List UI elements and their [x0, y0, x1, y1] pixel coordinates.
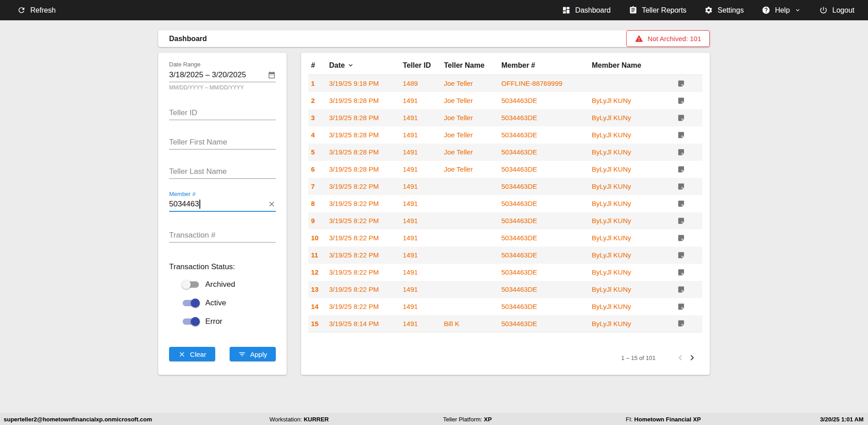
cell-num: 14	[308, 298, 326, 315]
error-toggle-label: Error	[205, 317, 222, 326]
platform-value: XP	[484, 416, 491, 422]
member-number-input[interactable]: 5034463	[169, 197, 276, 212]
table-row[interactable]: 153/19/25 8:14 PM1491Bill K5034463DEByLy…	[308, 315, 703, 332]
clear-button[interactable]: Clear	[169, 347, 215, 361]
cell-teller-id: 1491	[399, 229, 440, 247]
teller-first-name-input[interactable]	[169, 138, 276, 147]
memo-icon[interactable]	[677, 234, 685, 242]
table-row[interactable]: 93/19/25 8:22 PM14915034463DEByLyJl KUNy	[308, 212, 703, 229]
memo-icon[interactable]	[677, 148, 685, 156]
table-row[interactable]: 53/19/25 8:28 PM1491Joe Teller5034463DEB…	[308, 144, 703, 161]
table-row[interactable]: 83/19/25 8:22 PM14915034463DEByLyJl KUNy	[308, 195, 703, 212]
cell-teller-name	[440, 281, 498, 298]
col-header-member-number[interactable]: Member #	[498, 56, 588, 75]
table-row[interactable]: 133/19/25 8:22 PM14915034463DEByLyJl KUN…	[308, 281, 703, 298]
col-header-teller-name[interactable]: Teller Name	[440, 56, 498, 75]
cell-date: 3/19/25 8:22 PM	[326, 229, 399, 247]
cell-memo	[674, 178, 703, 195]
next-page-button[interactable]	[686, 352, 698, 364]
chevron-down-icon	[794, 7, 801, 14]
cell-teller-id: 1491	[399, 109, 440, 126]
memo-icon[interactable]	[677, 182, 685, 191]
table-row[interactable]: 23/19/25 8:28 PM1491Joe Teller5034463DEB…	[308, 92, 703, 109]
memo-icon[interactable]	[677, 79, 685, 88]
date-range-input[interactable]: 3/18/2025 – 3/20/2025	[169, 68, 276, 82]
apply-button[interactable]: Apply	[230, 347, 276, 361]
cell-member-number: 5034463DE	[498, 247, 588, 264]
col-header-teller-id[interactable]: Teller ID	[399, 56, 440, 75]
table-row[interactable]: 103/19/25 8:22 PM14915034463DEByLyJl KUN…	[308, 229, 703, 247]
cell-teller-name	[440, 178, 498, 195]
cell-date: 3/19/25 9:18 PM	[326, 75, 399, 92]
memo-icon[interactable]	[677, 268, 685, 276]
cell-memo	[674, 144, 703, 161]
active-toggle[interactable]	[183, 300, 199, 306]
clear-button-label: Clear	[190, 350, 206, 358]
pagination-range: 1 – 15 of 101	[621, 355, 656, 361]
table-row[interactable]: 113/19/25 8:22 PM14915034463DEByLyJl KUN…	[308, 247, 703, 264]
refresh-button[interactable]: Refresh	[17, 6, 56, 14]
cell-date: 3/19/25 8:14 PM	[326, 315, 399, 332]
nav-logout[interactable]: Logout	[819, 6, 854, 14]
cell-num: 2	[308, 92, 326, 109]
memo-icon[interactable]	[677, 285, 685, 294]
nav-help-label: Help	[775, 6, 790, 14]
cell-member-number: 5034463DE	[498, 161, 588, 178]
not-archived-badge: Not Archived: 101	[626, 30, 710, 47]
memo-icon[interactable]	[677, 251, 685, 259]
table-row[interactable]: 143/19/25 8:22 PM14915034463DEByLyJl KUN…	[308, 298, 703, 315]
col-header-member-name[interactable]: Member Name	[588, 56, 674, 75]
transaction-number-field[interactable]	[169, 228, 276, 243]
main-area: Dashboard Not Archived: 101 Date Range 3…	[0, 20, 868, 413]
transaction-number-input[interactable]	[169, 231, 276, 240]
nav-dashboard[interactable]: Dashboard	[562, 6, 610, 14]
cell-member-number: 5034463DE	[498, 264, 588, 281]
teller-id-field[interactable]	[169, 106, 276, 120]
table-row[interactable]: 123/19/25 8:22 PM14915034463DEByLyJl KUN…	[308, 264, 703, 281]
table-row[interactable]: 33/19/25 8:28 PM1491Joe Teller5034463DEB…	[308, 109, 703, 126]
teller-last-name-input[interactable]	[169, 167, 276, 176]
error-toggle[interactable]	[183, 318, 199, 325]
table-row[interactable]: 73/19/25 8:22 PM14915034463DEByLyJl KUNy	[308, 178, 703, 195]
cell-memo	[674, 229, 703, 247]
cell-num: 15	[308, 315, 326, 332]
filter-panel: Date Range 3/18/2025 – 3/20/2025 MM/DD/Y…	[158, 53, 287, 375]
col-header-num: #	[308, 56, 326, 75]
memo-icon[interactable]	[677, 217, 685, 225]
table-row[interactable]: 13/19/25 9:18 PM1489Joe TellerOFFLINE-88…	[308, 75, 703, 92]
statusbar-platform: Teller Platform: XP	[443, 416, 492, 422]
archived-toggle[interactable]	[183, 281, 199, 288]
statusbar: superteller2@hometownfinancialxp.onmicro…	[0, 413, 868, 425]
memo-icon[interactable]	[677, 200, 685, 208]
cell-memo	[674, 75, 703, 92]
teller-id-input[interactable]	[169, 108, 276, 117]
memo-icon[interactable]	[677, 319, 685, 327]
nav-teller-reports[interactable]: Teller Reports	[629, 6, 687, 14]
transaction-status-label: Transaction Status:	[169, 262, 276, 271]
memo-icon[interactable]	[677, 97, 685, 105]
memo-icon[interactable]	[677, 114, 685, 122]
cell-member-number: 5034463DE	[498, 144, 588, 161]
cell-memo	[674, 109, 703, 126]
cell-member-number: 5034463DE	[498, 229, 588, 247]
cell-member-name: ByLyJl KUNy	[588, 298, 674, 315]
memo-icon[interactable]	[677, 303, 685, 311]
cell-member-name: ByLyJl KUNy	[588, 92, 674, 109]
calendar-icon[interactable]	[268, 71, 276, 79]
col-header-date[interactable]: Date	[326, 56, 399, 75]
date-range-field: Date Range 3/18/2025 – 3/20/2025 MM/DD/Y…	[169, 61, 276, 91]
table-row[interactable]: 43/19/25 8:28 PM1491Joe Teller5034463DEB…	[308, 126, 703, 144]
cell-date: 3/19/25 8:22 PM	[326, 247, 399, 264]
member-number-value: 5034463	[169, 200, 199, 209]
teller-first-name-field[interactable]	[169, 135, 276, 149]
cell-member-number: 5034463DE	[498, 281, 588, 298]
toggle-row-error: Error	[183, 316, 276, 327]
memo-icon[interactable]	[677, 165, 685, 173]
nav-settings[interactable]: Settings	[704, 6, 744, 14]
nav-help[interactable]: Help	[762, 6, 801, 14]
teller-last-name-field[interactable]	[169, 164, 276, 179]
table-row[interactable]: 63/19/25 8:28 PM1491Joe Teller5034463DEB…	[308, 161, 703, 178]
cell-teller-name: Joe Teller	[440, 161, 498, 178]
clear-field-icon[interactable]	[268, 200, 276, 208]
memo-icon[interactable]	[677, 131, 685, 139]
